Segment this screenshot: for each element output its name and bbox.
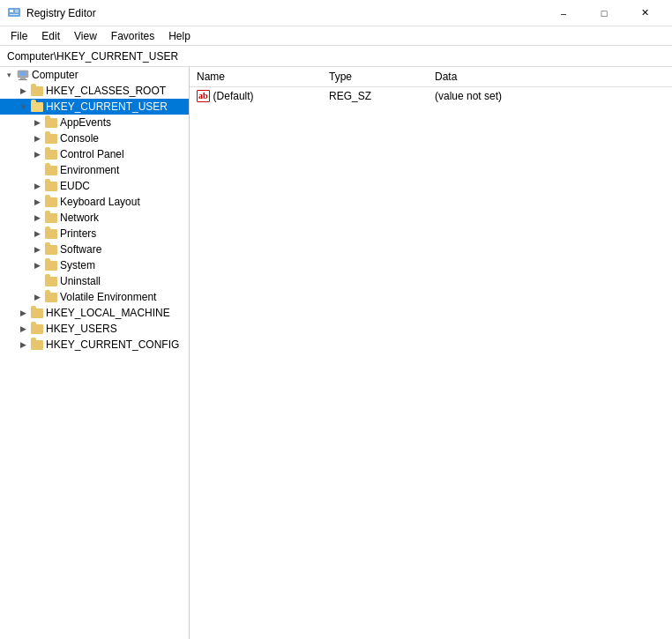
tree-item-control-panel[interactable]: ▶ Control Panel — [0, 146, 189, 162]
tree-label-system: System — [60, 259, 95, 271]
svg-rect-4 — [10, 14, 19, 15]
close-button[interactable]: ✕ — [624, 0, 665, 26]
svg-rect-6 — [19, 71, 26, 76]
menu-view[interactable]: View — [67, 28, 104, 44]
address-path[interactable]: Computer\HKEY_CURRENT_USER — [4, 48, 668, 64]
menu-edit[interactable]: Edit — [34, 28, 67, 44]
detail-cell-data-default: (value not set) — [428, 88, 672, 104]
expander-hkey-current-config[interactable]: ▶ — [16, 337, 30, 353]
tree-label-hkey-current-config: HKEY_CURRENT_CONFIG — [46, 338, 179, 351]
tree-label-eudc: EUDC — [60, 180, 90, 192]
tree-item-environment[interactable]: ▶ Environment — [0, 162, 189, 178]
folder-icon-hkey-users — [30, 322, 44, 336]
tree-label-volatile-environment: Volatile Environment — [60, 291, 156, 303]
folder-icon-hkey-classes-root — [30, 84, 44, 98]
expander-hkey-classes-root[interactable]: ▶ — [16, 83, 30, 99]
tree-label-hkey-local-machine: HKEY_LOCAL_MACHINE — [46, 307, 170, 319]
folder-icon-printers — [44, 227, 58, 241]
app-icon — [7, 6, 21, 20]
expander-computer[interactable]: ▾ — [2, 67, 16, 83]
svg-rect-0 — [8, 8, 20, 17]
folder-icon-appevents — [44, 115, 58, 130]
col-header-type: Type — [322, 69, 428, 85]
folder-icon-network — [44, 211, 58, 225]
detail-cell-type-default: REG_SZ — [322, 88, 428, 104]
expander-appevents[interactable]: ▶ — [30, 115, 44, 130]
tree-item-computer[interactable]: ▾ Computer — [0, 67, 189, 83]
folder-icon-control-panel — [44, 147, 58, 161]
folder-icon-eudc — [44, 179, 58, 193]
detail-cell-name-default: ab (Default) — [190, 88, 322, 104]
tree-label-console: Console — [60, 132, 99, 145]
tree-label-software: Software — [60, 243, 101, 256]
title-bar: Registry Editor – □ ✕ — [0, 0, 672, 26]
tree-item-hkey-users[interactable]: ▶ HKEY_USERS — [0, 321, 189, 337]
window-controls[interactable]: – □ ✕ — [543, 0, 665, 26]
tree-label-hkey-current-user: HKEY_CURRENT_USER — [46, 100, 168, 113]
tree-panel[interactable]: ▾ Computer ▶ HKEY_CLASSES_ROOT ▾ — [0, 67, 190, 639]
svg-rect-7 — [20, 78, 26, 79]
tree-item-hkey-classes-root[interactable]: ▶ HKEY_CLASSES_ROOT — [0, 83, 189, 99]
expander-keyboard-layout[interactable]: ▶ — [30, 194, 44, 210]
col-header-data: Data — [428, 69, 672, 85]
tree-item-eudc[interactable]: ▶ EUDC — [0, 178, 189, 194]
title-bar-left: Registry Editor — [7, 6, 96, 20]
main-content: ▾ Computer ▶ HKEY_CLASSES_ROOT ▾ — [0, 67, 672, 639]
svg-rect-8 — [19, 79, 27, 80]
tree-item-console[interactable]: ▶ Console — [0, 130, 189, 146]
expander-software[interactable]: ▶ — [30, 241, 44, 257]
tree-item-hkey-local-machine[interactable]: ▶ HKEY_LOCAL_MACHINE — [0, 305, 189, 321]
address-bar: Computer\HKEY_CURRENT_USER — [0, 46, 672, 67]
expander-control-panel[interactable]: ▶ — [30, 146, 44, 162]
svg-rect-1 — [10, 10, 13, 12]
tree-item-hkey-current-config[interactable]: ▶ HKEY_CURRENT_CONFIG — [0, 337, 189, 353]
tree-item-volatile-environment[interactable]: ▶ Volatile Environment — [0, 289, 189, 305]
folder-icon-environment — [44, 163, 58, 177]
svg-rect-2 — [15, 10, 19, 11]
computer-icon — [16, 68, 30, 82]
tree-label-printers: Printers — [60, 227, 96, 240]
expander-hkey-users[interactable]: ▶ — [16, 321, 30, 337]
tree-item-system[interactable]: ▶ System — [0, 257, 189, 273]
folder-icon-keyboard-layout — [44, 195, 58, 209]
expander-system[interactable]: ▶ — [30, 257, 44, 273]
detail-row-default[interactable]: ab (Default) REG_SZ (value not set) — [190, 87, 672, 105]
expander-network[interactable]: ▶ — [30, 210, 44, 226]
folder-icon-hkey-current-config — [30, 338, 44, 352]
folder-icon-hkey-current-user — [30, 100, 44, 114]
tree-label-uninstall: Uninstall — [60, 275, 101, 287]
tree-label-computer: Computer — [32, 69, 78, 81]
expander-console[interactable]: ▶ — [30, 130, 44, 146]
menu-file[interactable]: File — [4, 28, 34, 44]
tree-label-network: Network — [60, 212, 99, 224]
expander-volatile-environment[interactable]: ▶ — [30, 289, 44, 305]
svg-rect-3 — [15, 11, 19, 12]
menu-favorites[interactable]: Favorites — [104, 28, 161, 44]
tree-item-hkey-current-user[interactable]: ▾ HKEY_CURRENT_USER — [0, 99, 189, 115]
tree-label-hkey-users: HKEY_USERS — [46, 323, 117, 335]
tree-item-printers[interactable]: ▶ Printers — [0, 226, 189, 241]
app-title: Registry Editor — [26, 7, 96, 19]
expander-printers[interactable]: ▶ — [30, 226, 44, 241]
folder-icon-uninstall — [44, 274, 58, 288]
folder-icon-system — [44, 258, 58, 272]
expander-eudc[interactable]: ▶ — [30, 178, 44, 194]
tree-item-network[interactable]: ▶ Network — [0, 210, 189, 226]
tree-label-environment: Environment — [60, 164, 119, 176]
maximize-button[interactable]: □ — [584, 0, 624, 26]
minimize-button[interactable]: – — [543, 0, 584, 26]
menu-bar: File Edit View Favorites Help — [0, 26, 672, 46]
expander-hkey-current-user[interactable]: ▾ — [16, 99, 30, 115]
tree-label-hkey-classes-root: HKEY_CLASSES_ROOT — [46, 85, 166, 97]
col-header-name: Name — [190, 69, 322, 85]
expander-hkey-local-machine[interactable]: ▶ — [16, 305, 30, 321]
detail-header: Name Type Data — [190, 67, 672, 87]
tree-item-appevents[interactable]: ▶ AppEvents — [0, 115, 189, 130]
tree-item-uninstall[interactable]: ▶ Uninstall — [0, 273, 189, 289]
menu-help[interactable]: Help — [161, 28, 198, 44]
folder-icon-console — [44, 131, 58, 145]
tree-item-keyboard-layout[interactable]: ▶ Keyboard Layout — [0, 194, 189, 210]
reg-sz-icon: ab — [197, 90, 210, 102]
tree-item-software[interactable]: ▶ Software — [0, 241, 189, 257]
tree-label-control-panel: Control Panel — [60, 148, 124, 160]
